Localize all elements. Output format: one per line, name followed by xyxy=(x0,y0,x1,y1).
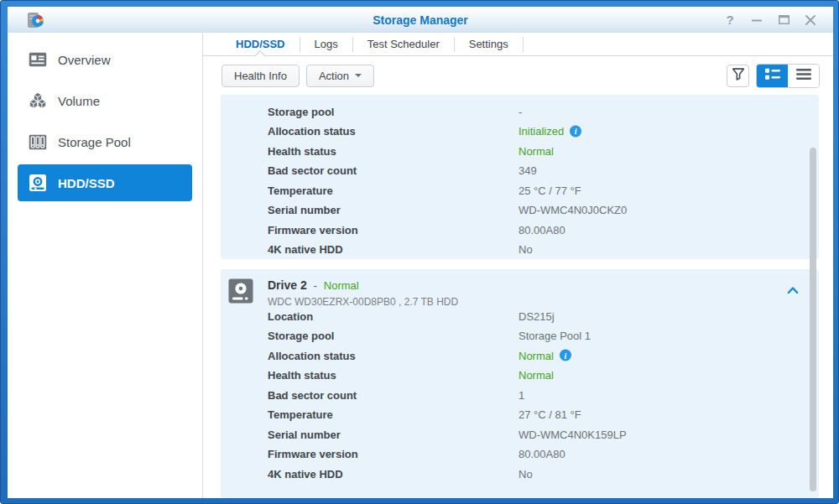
minimize-icon[interactable] xyxy=(749,13,764,28)
sidebar-item-label: Overview xyxy=(58,53,111,67)
storage-manager-window: Storage Manager ? xyxy=(0,0,839,504)
detail-row: Allocation status Initializedi xyxy=(221,122,819,142)
detail-label: 4K native HDD xyxy=(268,243,343,256)
detail-value: 80.00A80 xyxy=(519,223,565,236)
filter-icon xyxy=(731,66,746,85)
tab-label: Settings xyxy=(469,38,508,50)
drive-status-badge: Normal xyxy=(324,279,359,292)
detail-label: Firmware version xyxy=(268,448,358,460)
detail-row: Health status Normal xyxy=(221,366,819,386)
detail-value: Normal xyxy=(519,369,554,382)
detail-label: Storage pool xyxy=(268,105,334,117)
sidebar-item-overview[interactable]: Overview xyxy=(18,41,192,78)
detail-value: WD-WMC4N0K159LP xyxy=(519,428,627,440)
tab-logs[interactable]: Logs xyxy=(300,33,352,55)
storage-manager-app-icon xyxy=(24,9,45,34)
sidebar-item-volume[interactable]: Volume xyxy=(18,82,192,119)
tab-settings[interactable]: Settings xyxy=(455,33,523,55)
tab-test-scheduler[interactable]: Test Scheduler xyxy=(353,33,454,55)
detail-view-button[interactable] xyxy=(757,65,788,87)
sidebar-item-storage-pool[interactable]: Storage Pool xyxy=(18,123,192,160)
detail-label: Temperature xyxy=(268,184,333,196)
tab-hdd-ssd[interactable]: HDD/SSD xyxy=(221,33,300,55)
info-icon[interactable]: i xyxy=(560,350,571,361)
detail-value: Initialized xyxy=(519,125,564,138)
detail-label: Firmware version xyxy=(268,223,358,236)
detail-value: 349 xyxy=(519,164,537,177)
drive-list: Storage pool - Allocation status Initial… xyxy=(203,95,833,498)
detail-row: Storage pool Storage Pool 1 xyxy=(221,326,819,346)
detail-row: Firmware version 80.00A80 xyxy=(221,220,819,240)
detail-label: Bad sector count xyxy=(268,388,357,401)
sidebar: Overview xyxy=(8,33,202,498)
drive-title-separator: - xyxy=(314,279,317,292)
drive-section: Drive 2 - Normal WDC WD30EZRX-00D8PB0 , … xyxy=(221,269,819,498)
detail-row: Storage pool - xyxy=(221,101,819,122)
volume-icon xyxy=(28,92,48,110)
sidebar-item-label: Volume xyxy=(58,94,100,108)
detail-value: 1 xyxy=(519,388,524,401)
detail-row: Bad sector count 349 xyxy=(221,161,819,181)
close-icon[interactable] xyxy=(803,13,818,28)
detail-row: Location DS215j xyxy=(221,306,819,326)
help-icon[interactable]: ? xyxy=(722,13,737,28)
chevron-down-icon xyxy=(355,74,362,77)
detail-label: 4K native HDD xyxy=(268,467,343,480)
sidebar-item-hdd-ssd[interactable]: HDD/SSD xyxy=(18,164,192,201)
detail-row: Serial number WD-WMC4N0K159LP xyxy=(221,424,819,444)
detail-row: Bad sector count 1 xyxy=(221,385,819,405)
detail-label: Location xyxy=(268,309,313,322)
tab-bar: HDD/SSD Logs Test Scheduler Settings xyxy=(203,33,833,56)
sidebar-item-label: Storage Pool xyxy=(58,135,131,149)
detail-value: 25 °C / 77 °F xyxy=(519,184,581,196)
filter-button[interactable] xyxy=(727,65,749,87)
maximize-icon[interactable] xyxy=(776,13,791,28)
detail-row: Serial number WD-WMC4N0J0CKZ0 xyxy=(221,200,819,221)
detail-value: Normal xyxy=(519,144,554,157)
detail-row: Firmware version 80.00A80 xyxy=(221,444,819,465)
overview-icon xyxy=(28,52,48,67)
detail-row: 4K native HDD No xyxy=(221,464,819,484)
health-info-label: Health Info xyxy=(234,70,287,82)
hdd-drive-icon xyxy=(227,278,254,308)
sidebar-item-label: HDD/SSD xyxy=(58,176,115,190)
view-toggle-group xyxy=(756,64,820,88)
detail-label: Health status xyxy=(268,369,336,382)
detail-value: Normal xyxy=(519,349,554,361)
detail-view-icon xyxy=(765,68,780,84)
action-label: Action xyxy=(319,70,349,82)
drive-name: Drive 2 xyxy=(268,278,307,292)
detail-label: Serial number xyxy=(268,204,341,216)
tab-separator xyxy=(523,37,524,52)
detail-value: No xyxy=(519,243,533,256)
detail-value: WD-WMC4N0J0CKZ0 xyxy=(519,204,627,216)
detail-row: 4K native HDD No xyxy=(221,240,819,260)
detail-row: Temperature 25 °C / 77 °F xyxy=(221,180,819,200)
window-title: Storage Manager xyxy=(8,13,833,27)
detail-row: Temperature 27 °C / 81 °F xyxy=(221,405,819,425)
detail-value: 80.00A80 xyxy=(519,448,565,460)
health-info-button[interactable]: Health Info xyxy=(221,65,300,87)
detail-row: Health status Normal xyxy=(221,141,819,161)
toolbar: Health Info Action xyxy=(203,56,833,95)
tab-label: HDD/SSD xyxy=(236,38,285,50)
detail-row: Allocation status Normali xyxy=(221,346,819,366)
collapse-chevron-up-icon[interactable] xyxy=(787,283,799,298)
detail-label: Storage pool xyxy=(268,330,334,342)
hdd-icon xyxy=(28,174,48,192)
title-bar: Storage Manager ? xyxy=(8,7,833,33)
detail-label: Allocation status xyxy=(268,125,356,138)
scrollbar-thumb[interactable] xyxy=(810,148,816,491)
info-icon[interactable]: i xyxy=(570,125,581,137)
drive-section: Storage pool - Allocation status Initial… xyxy=(221,95,819,259)
storage-pool-icon xyxy=(28,134,48,150)
tab-label: Logs xyxy=(315,38,338,50)
detail-label: Temperature xyxy=(268,408,333,421)
action-button[interactable]: Action xyxy=(306,65,374,87)
detail-label: Serial number xyxy=(268,428,341,440)
detail-value: - xyxy=(519,105,522,117)
tab-label: Test Scheduler xyxy=(367,38,440,50)
detail-value: No xyxy=(519,467,533,480)
list-view-button[interactable] xyxy=(788,65,819,87)
detail-label: Health status xyxy=(268,144,336,157)
